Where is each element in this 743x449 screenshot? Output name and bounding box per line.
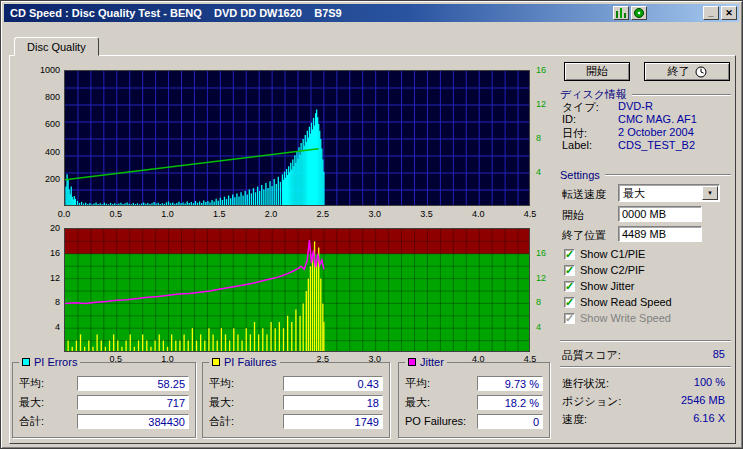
pi-failures-group: PI Failures 平均:0.43 最大:18 合計:1749 bbox=[202, 362, 390, 438]
legend-label: Jitter bbox=[420, 356, 444, 368]
po-failures-label: PO Failures: bbox=[405, 415, 466, 427]
position-value: 2546 MB bbox=[681, 394, 725, 406]
jitter-legend: Jitter bbox=[405, 356, 447, 368]
pi-errors-chart bbox=[64, 70, 530, 206]
axis-tick-label: 200 bbox=[27, 174, 60, 184]
pi-errors-swatch bbox=[22, 358, 30, 366]
pi-failures-jitter-chart bbox=[64, 228, 530, 352]
axis-tick-label: 4.0 bbox=[466, 209, 490, 219]
jitter-group: Jitter 平均:9.73 % 最大:18.2 % PO Failures:0 bbox=[398, 362, 550, 438]
total-label: 合計: bbox=[209, 414, 234, 429]
axis-tick-label: 4.5 bbox=[518, 209, 542, 219]
jitter-swatch bbox=[408, 358, 416, 366]
checkbox-show-c1-pie[interactable]: ✓ Show C1/PIE bbox=[564, 247, 645, 261]
axis-tick-label: 800 bbox=[27, 92, 60, 102]
checkbox-icon: ✓ bbox=[564, 313, 575, 324]
disc-id-label: ID: bbox=[562, 113, 576, 125]
avg-label: 平均: bbox=[209, 376, 234, 391]
po-failures-value: 0 bbox=[477, 414, 543, 429]
disc-date-value: 2 October 2004 bbox=[618, 126, 694, 138]
exit-button-label: 終了 bbox=[668, 64, 690, 79]
axis-tick-label: 2.5 bbox=[311, 209, 335, 219]
chart-icon bbox=[616, 8, 626, 18]
check-mark-icon: ✓ bbox=[565, 250, 574, 259]
axis-tick-label: 4 bbox=[536, 322, 556, 332]
start-button-label: 開始 bbox=[586, 64, 608, 79]
avg-value: 9.73 % bbox=[477, 376, 543, 391]
checkbox-icon: ✓ bbox=[564, 249, 575, 260]
titlebar[interactable]: CD Speed : Disc Quality Test - BENQ DVD … bbox=[4, 4, 739, 22]
clock-icon bbox=[695, 66, 707, 78]
total-value: 1749 bbox=[283, 414, 383, 429]
disc-icon-button[interactable] bbox=[631, 6, 647, 20]
max-label: 最大: bbox=[19, 395, 44, 410]
chevron-down-icon[interactable]: ▼ bbox=[702, 186, 718, 200]
legend-label: PI Failures bbox=[224, 356, 277, 368]
pi-failures-legend: PI Failures bbox=[209, 356, 280, 368]
checkbox-label: Show Jitter bbox=[580, 280, 634, 292]
checkbox-show-c2-pif[interactable]: ✓ Show C2/PIF bbox=[564, 263, 645, 277]
max-value: 18 bbox=[283, 395, 383, 410]
axis-tick-label: 0.0 bbox=[52, 209, 76, 219]
settings-header: Settings bbox=[560, 169, 731, 181]
checkbox-show-jitter[interactable]: ✓ Show Jitter bbox=[564, 279, 634, 293]
max-value: 717 bbox=[77, 395, 189, 410]
checkbox-icon: ✓ bbox=[564, 265, 575, 276]
check-mark-icon: ✓ bbox=[565, 282, 574, 291]
separator bbox=[560, 340, 731, 342]
speed-label: 速度: bbox=[562, 412, 587, 427]
transfer-speed-label: 転送速度 bbox=[562, 187, 606, 202]
side-panel: 開始 終了 ディスク情報 タイプ: DVD-R ID: CMC MAG. AF1… bbox=[556, 56, 735, 443]
avg-label: 平均: bbox=[405, 376, 430, 391]
start-button[interactable]: 開始 bbox=[564, 62, 630, 81]
disc-quality-page: 10008006004002001612840.00.51.01.52.02.5… bbox=[9, 55, 736, 444]
transfer-speed-select[interactable]: 最大 ▼ bbox=[618, 184, 720, 202]
quality-score-value: 85 bbox=[713, 348, 725, 360]
pi-failures-swatch bbox=[212, 358, 220, 366]
pi-errors-group: PI Errors 平均:58.25 最大:717 合計:384430 bbox=[12, 362, 196, 438]
start-position-input[interactable]: 0000 MB bbox=[618, 206, 702, 222]
axis-tick-label: 16 bbox=[536, 65, 556, 75]
axis-tick-label: 400 bbox=[27, 147, 60, 157]
legend-label: PI Errors bbox=[34, 356, 77, 368]
checkbox-label: Show Write Speed bbox=[580, 312, 671, 324]
transfer-speed-value: 最大 bbox=[619, 186, 702, 201]
check-mark-icon: ✓ bbox=[565, 266, 574, 275]
minimize-button[interactable]: _ bbox=[703, 6, 719, 20]
axis-tick-label: 2.0 bbox=[259, 209, 283, 219]
disc-id-value: CMC MAG. AF1 bbox=[618, 113, 697, 125]
disc-icon bbox=[634, 8, 644, 18]
axis-tick-label: 12 bbox=[536, 99, 556, 109]
end-position-input[interactable]: 4489 MB bbox=[618, 226, 702, 242]
checkbox-label: Show Read Speed bbox=[580, 296, 672, 308]
axis-tick-label: 12 bbox=[536, 273, 556, 283]
axis-tick-label: 4 bbox=[536, 167, 556, 177]
chart-icon-button[interactable] bbox=[613, 6, 629, 20]
axis-tick-label: 600 bbox=[27, 119, 60, 129]
check-mark-icon: ✓ bbox=[565, 298, 574, 307]
axis-tick-label: 8 bbox=[536, 133, 556, 143]
axis-tick-label: 16 bbox=[27, 248, 60, 258]
check-mark-icon: ✓ bbox=[565, 314, 574, 323]
tab-disc-quality[interactable]: Disc Quality bbox=[14, 37, 99, 56]
pi-errors-legend: PI Errors bbox=[19, 356, 80, 368]
axis-tick-label: 8 bbox=[27, 297, 60, 307]
axis-tick-label: 1.0 bbox=[156, 209, 180, 219]
app-window: CD Speed : Disc Quality Test - BENQ DVD … bbox=[0, 0, 743, 449]
checkbox-label: Show C1/PIE bbox=[580, 248, 645, 260]
max-label: 最大: bbox=[209, 395, 234, 410]
axis-tick-label: 12 bbox=[27, 273, 60, 283]
axis-tick-label: 3.0 bbox=[363, 209, 387, 219]
exit-button[interactable]: 終了 bbox=[644, 62, 730, 81]
quality-score-label: 品質スコア: bbox=[562, 348, 621, 363]
axis-tick-label: 20 bbox=[27, 223, 60, 233]
max-label: 最大: bbox=[405, 395, 430, 410]
separator bbox=[560, 366, 731, 368]
window-title: CD Speed : Disc Quality Test - BENQ DVD … bbox=[6, 7, 611, 19]
end-position-label: 終了位置 bbox=[562, 228, 606, 243]
max-value: 18.2 % bbox=[477, 395, 543, 410]
checkbox-icon: ✓ bbox=[564, 297, 575, 308]
close-button[interactable]: ✕ bbox=[721, 6, 737, 20]
checkbox-show-read-speed[interactable]: ✓ Show Read Speed bbox=[564, 295, 672, 309]
axis-tick-label: 4 bbox=[27, 322, 60, 332]
